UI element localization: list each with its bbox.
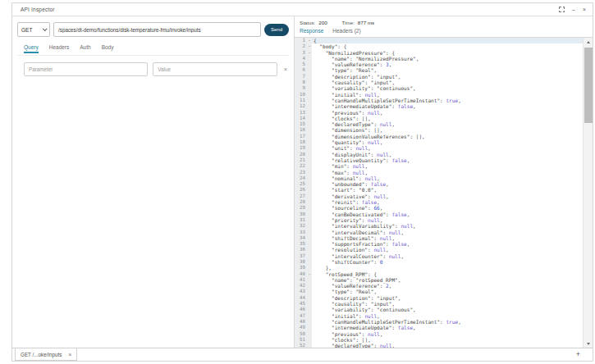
code-line: 50 "previous": null, bbox=[295, 331, 583, 337]
code-line: 40- "rotSpeed_RPM": { bbox=[295, 271, 583, 277]
line-number: 4 bbox=[295, 56, 307, 61]
scroll-down-button[interactable] bbox=[584, 339, 593, 348]
code-line: 12 "intermediateUpdate": false, bbox=[295, 103, 583, 109]
code-line: 32 "intervalVariability": null, bbox=[295, 223, 583, 229]
code-line: 14 "clocks": [], bbox=[295, 116, 583, 121]
code-line: 19 "unit": null, bbox=[295, 145, 583, 151]
code-line: 9 "variability": "continuous", bbox=[295, 85, 583, 91]
line-number: 14 bbox=[295, 116, 307, 121]
code-line: 4 "name": "NormilizedPressure", bbox=[295, 56, 583, 61]
line-number: 2 bbox=[295, 43, 307, 49]
request-tabs: Query Headers Auth Body bbox=[17, 44, 289, 56]
status-value: 200 bbox=[318, 20, 327, 25]
line-number: 27 bbox=[295, 193, 307, 199]
code-line: 13 "previous": null, bbox=[295, 110, 583, 116]
line-number: 41 bbox=[295, 277, 307, 283]
code-line: 23 "max": null, bbox=[295, 170, 583, 175]
line-number: 1 bbox=[295, 38, 307, 43]
code-line: 48 "canHandleMultipleSetPerTimeInstant":… bbox=[295, 319, 583, 325]
code-line: 11 "canHandleMultipleSetPerTimeInstant":… bbox=[295, 98, 583, 103]
code-line: 39 }, bbox=[295, 265, 583, 271]
close-tab-icon[interactable]: × bbox=[68, 352, 71, 357]
line-number: 36 bbox=[295, 247, 307, 253]
line-number: 44 bbox=[295, 295, 307, 301]
tab-query[interactable]: Query bbox=[24, 44, 39, 52]
time-value: 877 ms bbox=[358, 20, 374, 25]
code-line: 2- "body": { bbox=[295, 43, 583, 49]
line-number: 9 bbox=[295, 85, 307, 91]
line-number: 43 bbox=[295, 289, 307, 294]
tab-auth[interactable]: Auth bbox=[80, 44, 90, 52]
code-line: 25 "unbounded": false, bbox=[295, 181, 583, 187]
line-number: 11 bbox=[295, 98, 307, 103]
tab-headers[interactable]: Headers bbox=[49, 44, 70, 52]
code-line: 26 "start": "0.0", bbox=[295, 187, 583, 193]
code-line: 36 "resolution": null, bbox=[295, 247, 583, 253]
code-line: 51 "clocks": [], bbox=[295, 337, 583, 343]
code-line: 42 "valueReference": 2, bbox=[295, 283, 583, 289]
line-number: 39 bbox=[295, 265, 307, 271]
code-line: 49 "intermediateUpdate": false, bbox=[295, 325, 583, 330]
line-number: 26 bbox=[295, 187, 307, 193]
line-number: 50 bbox=[295, 331, 307, 337]
line-number: 18 bbox=[295, 139, 307, 145]
method-select[interactable]: GET bbox=[17, 22, 50, 37]
add-tab-button[interactable]: + bbox=[574, 349, 583, 360]
time-label: Time: bbox=[342, 20, 355, 25]
tab-response[interactable]: Response bbox=[300, 28, 323, 37]
response-panel: Status: 200 Time: 877 ms Response Header… bbox=[295, 16, 593, 348]
vertical-scrollbar[interactable] bbox=[583, 38, 593, 348]
code-line: 6 "type": "Real", bbox=[295, 67, 583, 73]
line-number: 37 bbox=[295, 253, 307, 259]
tab-response-headers[interactable]: Headers (2) bbox=[332, 28, 360, 37]
chevron-down-icon bbox=[43, 26, 48, 31]
code-line: 38 "shiftCounter": 0 bbox=[295, 259, 583, 265]
window-title: API Inspector bbox=[21, 7, 55, 12]
tab-body[interactable]: Body bbox=[102, 44, 114, 52]
send-button[interactable]: Send bbox=[264, 24, 289, 36]
expand-icon[interactable] bbox=[559, 7, 565, 12]
line-number: 35 bbox=[295, 241, 307, 247]
scroll-up-button[interactable] bbox=[584, 38, 593, 46]
line-number: 16 bbox=[295, 127, 307, 133]
line-number: 32 bbox=[295, 223, 307, 229]
line-number: 34 bbox=[295, 235, 307, 241]
code-line: 5 "valueReference": 3, bbox=[295, 61, 583, 67]
line-number: 8 bbox=[295, 80, 307, 85]
code-editor[interactable]: 1-{2- "body": {3- "NormilizedPressure": … bbox=[295, 38, 583, 348]
code-line: 20 "displayUnit": null, bbox=[295, 152, 583, 157]
parameter-input[interactable] bbox=[24, 62, 148, 76]
code-line: 46 "variability": "continuous", bbox=[295, 307, 583, 312]
line-number: 15 bbox=[295, 121, 307, 127]
line-number: 38 bbox=[295, 259, 307, 265]
line-number: 30 bbox=[295, 212, 307, 217]
line-number: 42 bbox=[295, 283, 307, 289]
clear-row-icon[interactable]: × bbox=[282, 66, 289, 73]
value-input[interactable] bbox=[153, 62, 277, 76]
request-tab[interactable]: GET /...oke/inputs × bbox=[15, 348, 77, 361]
scrollbar-thumb[interactable] bbox=[584, 48, 593, 123]
code-line: 8 "causality": "input", bbox=[295, 80, 583, 85]
close-icon[interactable]: × bbox=[583, 7, 586, 12]
title-bar: API Inspector – × bbox=[12, 3, 593, 16]
line-number: 3 bbox=[295, 50, 307, 56]
api-inspector-window: API Inspector – × GET Send Query Headers… bbox=[11, 2, 593, 362]
code-line: 31 "priority": null, bbox=[295, 217, 583, 223]
line-number: 45 bbox=[295, 301, 307, 307]
line-number: 40 bbox=[295, 271, 307, 277]
url-input[interactable] bbox=[53, 22, 261, 37]
line-number: 22 bbox=[295, 163, 307, 169]
json-response-viewer: 1-{2- "body": {3- "NormilizedPressure": … bbox=[295, 37, 593, 348]
status-row: Status: 200 Time: 877 ms bbox=[295, 16, 593, 25]
code-line: 18 "quantity": null, bbox=[295, 139, 583, 145]
code-line: 45 "causality": "input", bbox=[295, 301, 583, 307]
minimize-icon[interactable]: – bbox=[572, 7, 575, 12]
code-line: 28 "reinit": false, bbox=[295, 199, 583, 205]
line-number: 24 bbox=[295, 175, 307, 181]
code-line: 37 "intervalCounter": null, bbox=[295, 253, 583, 259]
line-number: 47 bbox=[295, 313, 307, 319]
code-line: 1-{ bbox=[295, 38, 583, 43]
method-label: GET bbox=[21, 27, 32, 33]
code-line: 24 "nominal": null, bbox=[295, 175, 583, 181]
code-line: 47 "initial": null, bbox=[295, 313, 583, 319]
